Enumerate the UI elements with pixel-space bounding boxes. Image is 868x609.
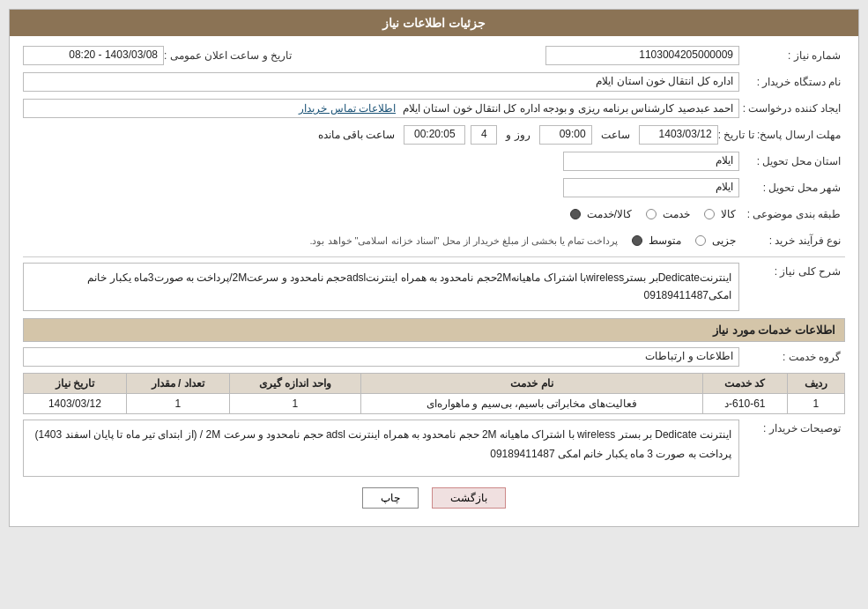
shahr-value: ایلام xyxy=(563,178,739,197)
col-radif: ردیف xyxy=(787,374,844,394)
ijad-label: ایجاد کننده درخواست : xyxy=(739,102,845,115)
shmare-niaz-row: شماره نیاز : 1103004205000009 تاریخ و سا… xyxy=(23,45,845,66)
table-cell-4: 1 xyxy=(126,394,229,414)
tabaghe-row: طبقه بندی موضوعی : کالا خدمت کالا/خدمت xyxy=(23,204,845,225)
table-header-row: ردیف کد خدمت نام خدمت واحد اندازه گیری ت… xyxy=(24,374,845,394)
tabaghe-radios: کالا خدمت کالا/خدمت xyxy=(23,208,739,220)
farayand-jazei-label: جزیی xyxy=(708,234,739,247)
nam-dastgah-row: نام دستگاه خریدار : اداره کل انتقال خون … xyxy=(23,71,845,93)
services-section-header: اطلاعات خدمات مورد نیاز xyxy=(23,318,845,342)
shahr-label: شهر محل تحویل : xyxy=(739,182,845,194)
farayand-note: پرداخت تمام یا بخشی از مبلغ خریدار از مح… xyxy=(306,235,621,247)
buyer-desc-label: توصیحات خریدار : xyxy=(739,420,845,434)
buyer-desc-row: توصیحات خریدار : اینترنت Dedicate بر بست… xyxy=(23,420,845,477)
ostan-label: استان محل تحویل : xyxy=(739,155,845,167)
table-cell-3: 1 xyxy=(229,394,361,414)
col-tarikh: تاریخ نیاز xyxy=(24,374,127,394)
table-body: 1610-61-دفعالیت‌های مخابراتی باسیم، بی‌س… xyxy=(24,394,845,414)
mohlat-time: 09:00 xyxy=(539,125,592,145)
print-button[interactable]: چاپ xyxy=(362,487,419,509)
farayand-motavasit-label: متوسط xyxy=(645,234,685,247)
tarikh-elam-label: تاریخ و ساعت اعلان عمومی : xyxy=(164,49,296,62)
mohlat-ruz: 4 xyxy=(471,125,497,145)
ijad-value-box: احمد عبدصید کارشناس برنامه ریزی و بودجه … xyxy=(23,99,739,118)
buyer-desc-value: اینترنت Dedicate بر بستر wireless با اشت… xyxy=(23,420,739,477)
tabaghe-khedmat-label: خدمت xyxy=(659,208,694,220)
button-row: بازگشت چاپ xyxy=(23,487,845,517)
tarikh-elam-value: 1403/03/08 - 08:20 xyxy=(23,46,164,65)
mohlat-label: مهلت ارسال پاسخ: تا تاریخ : xyxy=(718,129,845,141)
farayand-radios: جزیی متوسط پرداخت تمام یا بخشی از مبلغ خ… xyxy=(23,234,739,247)
divider-1 xyxy=(23,256,845,257)
tabaghe-kala-khedmat-item: کالا/خدمت xyxy=(570,208,635,220)
col-nam: نام خدمت xyxy=(361,374,703,394)
mohlat-ruz-label: روز و xyxy=(502,129,533,141)
tabaghe-kala-khedmat-label: کالا/خدمت xyxy=(583,208,635,220)
table-cell-0: 1 xyxy=(787,394,844,414)
ijad-value: احمد عبدصید کارشناس برنامه ریزی و بودجه … xyxy=(403,102,733,115)
grohe-value: اطلاعات و ارتباطات xyxy=(23,347,739,367)
mohlat-date-row: 1403/03/12 ساعت 09:00 روز و 4 00:20:05 س… xyxy=(23,125,718,145)
farayand-jazei-radio[interactable] xyxy=(695,235,706,246)
table-cell-1: 610-61-د xyxy=(702,394,787,414)
table-row: 1610-61-دفعالیت‌های مخابراتی باسیم، بی‌س… xyxy=(24,394,845,414)
nam-dastgah-label: نام دستگاه خریدار : xyxy=(739,76,845,88)
ostan-row: استان محل تحویل : ایلام xyxy=(23,151,845,172)
tabaghe-kala-khedmat-radio[interactable] xyxy=(570,209,581,219)
sharh-value: اینترنتDedicateبر بسترwirelessبا اشتراک … xyxy=(23,263,739,311)
grohe-row: گروه خدمت : اطلاعات و ارتباطات xyxy=(23,346,845,368)
back-button[interactable]: بازگشت xyxy=(432,487,506,509)
farayand-row: نوع فرآیند خرید : جزیی متوسط پرداخت تمام… xyxy=(23,230,845,251)
tabaghe-kala-radio[interactable] xyxy=(704,209,715,219)
shahr-row: شهر محل تحویل : ایلام xyxy=(23,177,845,198)
mohlat-baqi: 00:20:05 xyxy=(404,125,465,145)
tabaghe-kala-label: کالا xyxy=(717,208,739,220)
table-cell-2: فعالیت‌های مخابراتی باسیم، بی‌سیم و ماهو… xyxy=(361,394,703,414)
shmare-niaz-label: شماره نیاز : xyxy=(739,49,845,62)
shmare-niaz-value: 1103004205000009 xyxy=(545,46,739,65)
mohlat-time-label: ساعت xyxy=(597,129,634,141)
table-cell-5: 1403/03/12 xyxy=(24,394,127,414)
tabaghe-label: طبقه بندی موضوعی : xyxy=(739,208,845,220)
mohlat-baqi-label: ساعت باقی مانده xyxy=(315,129,399,141)
page-header: جزئیات اطلاعات نیاز xyxy=(10,10,858,36)
ijad-row: ایجاد کننده درخواست : احمد عبدصید کارشنا… xyxy=(23,98,845,119)
col-vahed: واحد اندازه گیری xyxy=(229,374,361,394)
tabaghe-khedmat-item: خدمت xyxy=(646,208,694,220)
tabaghe-kala-item: کالا xyxy=(704,208,739,220)
col-kod: کد خدمت xyxy=(702,374,787,394)
mohlat-row: مهلت ارسال پاسخ: تا تاریخ : 1403/03/12 س… xyxy=(23,124,845,145)
sharh-label: شرح کلی نیاز : xyxy=(739,263,845,278)
sharh-row: شرح کلی نیاز : اینترنتDedicateبر بسترwir… xyxy=(23,263,845,311)
contact-link[interactable]: اطلاعات تماس خریدار xyxy=(299,102,396,115)
farayand-motavasit-radio[interactable] xyxy=(632,235,642,246)
col-tedad: تعداد / مقدار xyxy=(126,374,229,394)
services-table: ردیف کد خدمت نام خدمت واحد اندازه گیری ت… xyxy=(23,373,845,414)
farayand-jazei-item: جزیی xyxy=(695,234,739,247)
farayand-motavasit-item: متوسط xyxy=(632,234,685,247)
tabaghe-khedmat-radio[interactable] xyxy=(646,209,657,219)
ostan-value: ایلام xyxy=(563,152,739,171)
grohe-label: گروه خدمت : xyxy=(739,351,845,363)
mohlat-date: 1403/03/12 xyxy=(639,125,718,145)
farayand-label: نوع فرآیند خرید : xyxy=(739,234,845,247)
nam-dastgah-value: اداره کل انتقال خون استان ایلام xyxy=(23,72,739,92)
